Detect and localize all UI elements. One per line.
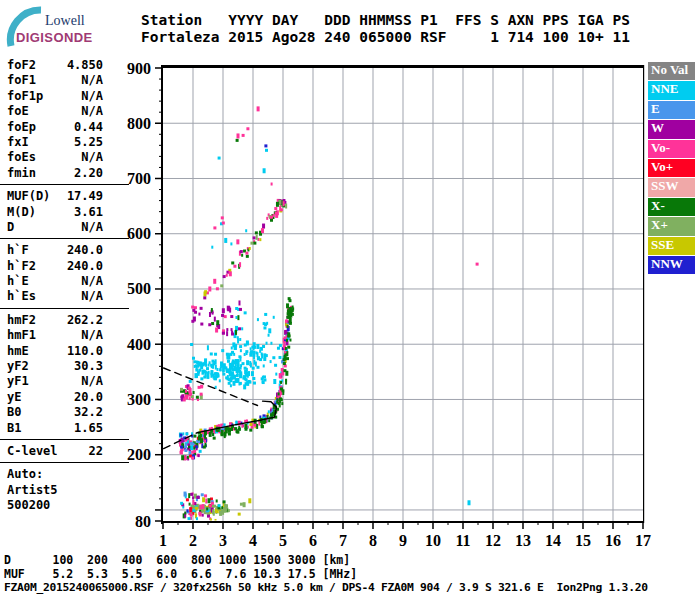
svg-text:300: 300	[127, 391, 151, 408]
svg-text:9: 9	[399, 532, 407, 549]
svg-text:400: 400	[127, 336, 151, 353]
svg-text:13: 13	[515, 532, 531, 549]
svg-text:500: 500	[127, 280, 151, 297]
svg-text:1: 1	[159, 532, 167, 549]
echo-mode-legend: No ValNNEEWVo-Vo+SSWX-X+SSENNW	[648, 62, 695, 275]
legend-item-w: W	[648, 120, 695, 138]
muf-row: MUF 5.2 5.3 5.5 6.0 6.6 7.6 10.3 17.5 [M…	[4, 567, 357, 581]
svg-text:3: 3	[219, 532, 227, 549]
status-line: FZA0M_2015240065000.RSF / 320fx256h 50 k…	[4, 581, 648, 594]
ionogram-plot: 9008007006005004003002008012345678910111…	[0, 0, 700, 600]
svg-text:600: 600	[127, 225, 151, 242]
svg-text:11: 11	[455, 532, 470, 549]
svg-text:16: 16	[605, 532, 621, 549]
svg-text:200: 200	[127, 446, 151, 463]
svg-text:14: 14	[545, 532, 561, 549]
svg-text:800: 800	[127, 115, 151, 132]
svg-text:4: 4	[249, 532, 257, 549]
svg-text:2: 2	[189, 532, 197, 549]
svg-text:6: 6	[309, 532, 317, 549]
svg-text:12: 12	[485, 532, 501, 549]
legend-item-ssw: SSW	[648, 178, 695, 196]
legend-item-x+: X+	[648, 217, 695, 235]
legend-item-no-val: No Val	[648, 62, 695, 80]
distance-row: D 100 200 400 600 800 1000 1500 3000 [km…	[4, 553, 350, 567]
svg-text:700: 700	[127, 170, 151, 187]
legend-item-sse: SSE	[648, 237, 695, 255]
legend-item-x-: X-	[648, 198, 695, 216]
legend-item-nne: NNE	[648, 81, 695, 99]
svg-text:8: 8	[369, 532, 377, 549]
legend-item-e: E	[648, 101, 695, 119]
svg-text:7: 7	[339, 532, 347, 549]
svg-text:900: 900	[127, 60, 151, 77]
legend-item-nnw: NNW	[648, 256, 695, 274]
svg-text:5: 5	[279, 532, 287, 549]
svg-text:17: 17	[635, 532, 651, 549]
legend-item-vo+: Vo+	[648, 159, 695, 177]
svg-text:10: 10	[425, 532, 441, 549]
svg-text:15: 15	[575, 532, 591, 549]
legend-item-vo-: Vo-	[648, 140, 695, 158]
svg-text:80: 80	[135, 513, 151, 530]
muf-distance-table: D 100 200 400 600 800 1000 1500 3000 [km…	[4, 554, 357, 581]
